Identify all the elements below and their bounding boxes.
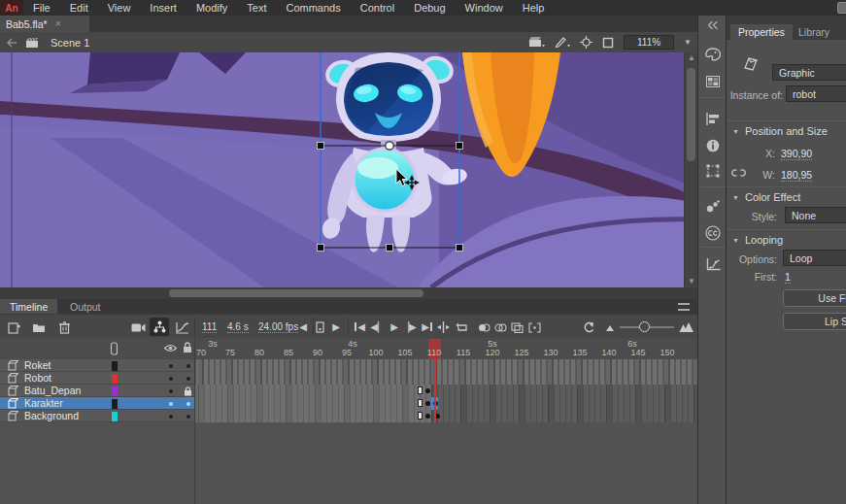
menu-help[interactable]: Help (513, 0, 555, 16)
add-camera-button[interactable] (130, 319, 146, 335)
elapsed-time[interactable]: 4.6 s (227, 321, 249, 333)
layer-frames-span[interactable] (194, 385, 431, 397)
layer-name[interactable]: Background (24, 410, 79, 421)
layer-row-background[interactable]: Background (0, 410, 697, 422)
keyframe-dot[interactable] (425, 414, 430, 419)
frame-view-graph-icon[interactable] (175, 319, 190, 335)
tab-timeline[interactable]: Timeline (0, 299, 57, 314)
ruler-frame-number[interactable]: 100 (368, 348, 383, 357)
zoom-timeline-in-icon[interactable] (678, 319, 694, 335)
new-folder-button[interactable] (31, 319, 47, 335)
collapse-panels-icon[interactable] (705, 17, 721, 33)
layer-lock-dot[interactable] (186, 377, 190, 381)
layer-name[interactable]: Robot (24, 372, 51, 384)
ruler-frame-number[interactable]: 105 (397, 348, 412, 357)
layer-frames-span[interactable] (194, 410, 431, 422)
layer-name[interactable]: Karakter (24, 397, 63, 409)
center-playhead-icon[interactable] (312, 319, 327, 335)
layer-visibility-dot[interactable] (169, 402, 173, 406)
menu-modify[interactable]: Modify (186, 0, 237, 16)
stage-canvas[interactable] (0, 52, 697, 287)
go-to-first-frame-button[interactable]: ◀ (354, 319, 369, 335)
scroll-up-icon[interactable]: ▲ (685, 52, 698, 64)
center-frame-icon[interactable] (435, 319, 451, 335)
span-end-marker[interactable] (418, 412, 423, 420)
onion-skin-outlines-icon[interactable] (492, 319, 508, 335)
edit-multiple-frames-icon[interactable] (509, 319, 525, 335)
ruler-frame-number[interactable]: 140 (601, 348, 616, 357)
center-stage-icon[interactable] (580, 36, 592, 49)
first-frame-value[interactable]: 1 (785, 271, 791, 284)
section-looping[interactable]: Looping (732, 234, 783, 246)
layer-visibility-dot[interactable] (169, 377, 173, 381)
step-back-icon[interactable]: ◀ (295, 319, 311, 335)
layer-lock-dot[interactable] (186, 364, 190, 368)
go-to-last-frame-button[interactable]: ▶ (418, 319, 433, 335)
timeline-zoom-knob[interactable] (639, 321, 650, 332)
ruler-frame-number[interactable]: 135 (572, 348, 587, 357)
link-width-height-icon[interactable] (731, 167, 746, 179)
w-value[interactable]: 180,95 (781, 169, 812, 182)
section-color-effect[interactable]: Color Effect (732, 191, 800, 203)
menu-window[interactable]: Window (456, 0, 513, 16)
loop-options-select[interactable]: Loop (783, 250, 846, 266)
ruler-frame-number[interactable]: 145 (630, 348, 645, 357)
reset-timeline-zoom-icon[interactable] (581, 319, 596, 335)
layer-color-swatch[interactable] (112, 374, 118, 384)
tab-properties[interactable]: Properties (730, 24, 793, 40)
step-back-one-frame-button[interactable]: ◀▏ (370, 319, 386, 335)
ruler-frame-number[interactable]: 90 (313, 348, 322, 357)
keyframe-dot[interactable] (425, 388, 430, 393)
play-button[interactable]: ▶ (387, 319, 402, 335)
ruler-frame-number[interactable]: 85 (284, 348, 293, 357)
symbol-type-select[interactable]: Graphic (772, 64, 846, 81)
panel-menu-icon[interactable] (678, 303, 690, 311)
layer-row-batu-depan[interactable]: Batu_Depan (0, 385, 697, 397)
ruler-frame-number[interactable]: 125 (514, 348, 528, 357)
zoom-chevron-down-icon[interactable]: ▼ (684, 38, 692, 47)
layer-color-swatch[interactable] (112, 412, 118, 421)
zoom-timeline-out-icon[interactable] (602, 319, 618, 335)
edit-scene-icon[interactable] (529, 36, 545, 49)
layer-visibility-dot[interactable] (169, 389, 173, 393)
tab-library[interactable]: Library (791, 24, 837, 40)
layer-locked-icon[interactable] (184, 386, 192, 396)
layer-visibility-dot[interactable] (169, 364, 173, 368)
current-frame-counter[interactable]: 111 (202, 321, 217, 333)
menu-insert[interactable]: Insert (140, 0, 186, 16)
workspace-icon-partial[interactable] (837, 2, 846, 14)
edit-symbols-icon[interactable] (555, 36, 570, 49)
scroll-down-icon[interactable]: ▼ (685, 276, 698, 287)
section-position-and-size[interactable]: Position and Size (732, 125, 828, 137)
stage-horizontal-scrollbar[interactable] (0, 287, 697, 299)
layer-row-karakter[interactable]: Karakter (0, 397, 697, 410)
span-end-marker[interactable] (418, 386, 423, 394)
layer-frames-span[interactable] (194, 397, 431, 410)
loop-playback-icon[interactable] (455, 319, 470, 335)
scene-breadcrumb[interactable]: Scene 1 (51, 37, 89, 49)
brush-library-panel-icon[interactable] (705, 198, 721, 214)
stage-vertical-scrollbar[interactable]: ▲ ▼ (684, 52, 697, 287)
layer-row-roket[interactable]: Roket (0, 359, 697, 372)
color-panel-icon[interactable] (705, 47, 721, 62)
menu-view[interactable]: View (98, 0, 141, 16)
layer-row-robot[interactable]: Robot (0, 372, 697, 385)
delete-layer-button[interactable] (56, 319, 72, 335)
info-panel-icon[interactable] (705, 138, 721, 153)
timeline-ruler[interactable]: 3s4s5s6s 7075808590951001051101151201251… (0, 338, 697, 359)
menu-control[interactable]: Control (351, 0, 404, 16)
menu-debug[interactable]: Debug (404, 0, 455, 16)
ruler-frame-number[interactable]: 70 (196, 348, 206, 357)
horizontal-scroll-thumb[interactable] (169, 289, 423, 297)
style-select[interactable]: None (785, 207, 846, 223)
lip-syncing-button[interactable]: Lip S (783, 313, 846, 330)
ruler-frame-number[interactable]: 95 (342, 348, 352, 357)
layer-name[interactable]: Roket (24, 359, 51, 371)
clip-content-icon[interactable] (602, 37, 614, 49)
layer-color-swatch[interactable] (112, 386, 118, 396)
onion-skin-icon[interactable] (476, 319, 491, 335)
close-tab-icon[interactable]: × (55, 18, 61, 29)
ruler-frame-number[interactable]: 120 (485, 348, 499, 357)
layer-frames-span[interactable] (194, 359, 697, 372)
vertical-scroll-thumb[interactable] (687, 68, 695, 161)
